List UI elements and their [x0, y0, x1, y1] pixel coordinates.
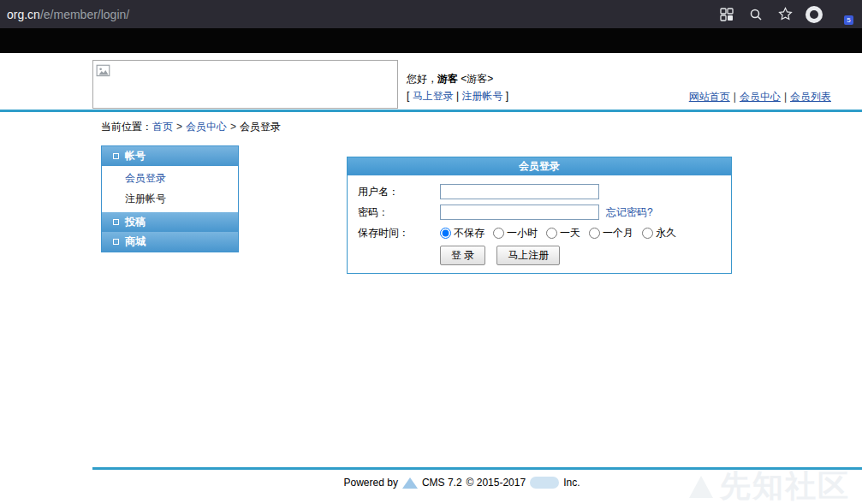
company-logo-icon	[530, 477, 559, 489]
cms-version-text: CMS 7.2	[422, 477, 462, 489]
login-panel: 会员登录 用户名： 密码： 忘记密码? 保存时间： 不保存	[347, 157, 732, 274]
sidebar-section-label: 商城	[125, 234, 146, 249]
profile-avatar[interactable]	[806, 6, 823, 23]
sidebar-item-register-account[interactable]: 注册帐号	[102, 189, 238, 210]
bookmarks-bar	[0, 28, 862, 53]
save-option-label: 一小时	[507, 226, 538, 240]
copyright-text: © 2015-2017	[467, 477, 526, 489]
bracket-close: ]	[502, 90, 508, 102]
url-path: /e/member/login/	[40, 8, 129, 21]
save-option-no-save-radio[interactable]	[440, 228, 451, 239]
nav-separator: |	[734, 91, 736, 103]
sidebar-section-label: 帐号	[125, 149, 146, 163]
save-option-one-hour-radio[interactable]	[493, 228, 504, 239]
inc-text: Inc.	[563, 477, 580, 489]
save-option-forever[interactable]: 永久	[642, 226, 676, 240]
sidebar-section-account[interactable]: 帐号	[102, 146, 238, 166]
password-input[interactable]	[440, 205, 599, 220]
greeting-prefix: 您好，	[407, 73, 437, 85]
apps-grid-icon[interactable]	[718, 6, 735, 23]
sidebar-section-label: 投稿	[125, 215, 146, 229]
nav-separator: |	[784, 91, 787, 103]
login-form: 用户名： 密码： 忘记密码? 保存时间： 不保存 一小时	[348, 175, 731, 273]
top-nav: 网站首页|会员中心|会员列表	[689, 90, 831, 104]
section-square-icon	[113, 153, 119, 159]
forgot-password-link[interactable]: 忘记密码?	[606, 205, 653, 220]
breadcrumb-separator: >	[230, 121, 236, 133]
breadcrumb-current: 会员登录	[240, 121, 281, 133]
save-option-one-month-radio[interactable]	[589, 228, 600, 239]
broken-image-icon	[96, 63, 111, 79]
pipe-separator: |	[454, 90, 462, 102]
watermark-logo-icon	[689, 476, 713, 498]
extension-icon[interactable]: 5	[835, 7, 850, 22]
register-account-link[interactable]: 注册帐号	[461, 90, 502, 102]
cms-logo-icon	[402, 477, 418, 489]
sidebar-section-mall[interactable]: 商城	[102, 232, 238, 252]
save-option-no-save[interactable]: 不保存	[440, 226, 485, 240]
url-host: org.cn	[7, 8, 40, 21]
powered-by-text: Powered by	[344, 477, 398, 489]
save-option-one-day[interactable]: 一天	[546, 226, 580, 240]
quick-links: [ 马上登录 | 注册帐号 ]	[407, 88, 508, 104]
section-square-icon	[113, 239, 119, 245]
save-option-label: 永久	[656, 226, 676, 240]
greeting-tail: <游客>	[458, 73, 493, 85]
sidebar-menu: 帐号 会员登录 注册帐号 投稿 商城	[101, 145, 239, 252]
section-square-icon	[113, 219, 119, 225]
username-label: 用户名：	[358, 185, 440, 199]
button-row: 登 录 马上注册	[348, 246, 731, 265]
password-row: 密码： 忘记密码?	[348, 202, 731, 222]
greeting-user: 游客	[437, 73, 458, 85]
bracket-open: [	[407, 90, 413, 102]
nav-link-member-center[interactable]: 会员中心	[740, 91, 781, 103]
breadcrumb-label: 当前位置：	[101, 121, 152, 133]
browser-top-bar: org.cn/e/member/login/ 5	[0, 0, 862, 28]
watermark: 先知社区	[689, 465, 850, 504]
save-option-label: 一个月	[603, 226, 633, 240]
save-option-label: 一天	[560, 226, 580, 240]
breadcrumb: 当前位置：首页>会员中心>会员登录	[101, 120, 281, 134]
breadcrumb-separator: >	[176, 121, 182, 133]
extension-badge: 5	[844, 15, 853, 25]
password-label: 密码：	[358, 205, 440, 220]
login-panel-title: 会员登录	[348, 157, 731, 175]
username-input[interactable]	[440, 184, 599, 199]
login-now-link[interactable]: 马上登录	[413, 90, 454, 102]
save-time-options: 不保存 一小时 一天 一个月	[440, 226, 685, 240]
site-logo	[92, 60, 398, 109]
header-divider	[0, 110, 862, 112]
greeting-text: 您好，游客 <游客>	[407, 70, 493, 87]
sidebar-section-submit[interactable]: 投稿	[102, 212, 238, 232]
login-button[interactable]: 登 录	[440, 246, 485, 265]
save-time-row: 保存时间： 不保存 一小时 一天	[348, 222, 731, 243]
address-bar[interactable]: org.cn/e/member/login/	[0, 8, 718, 21]
save-option-one-month[interactable]: 一个月	[589, 226, 633, 240]
breadcrumb-home-link[interactable]: 首页	[152, 121, 173, 133]
breadcrumb-member-center-link[interactable]: 会员中心	[186, 121, 227, 133]
save-option-one-day-radio[interactable]	[546, 228, 557, 239]
username-row: 用户名：	[348, 181, 731, 202]
register-now-button[interactable]: 马上注册	[496, 246, 560, 265]
bookmark-star-icon[interactable]	[776, 6, 794, 23]
watermark-text: 先知社区	[720, 465, 850, 504]
sidebar-item-member-login[interactable]: 会员登录	[102, 169, 238, 189]
save-option-forever-radio[interactable]	[642, 228, 653, 239]
browser-toolbar-icons: 5	[718, 6, 862, 23]
save-option-one-hour[interactable]: 一小时	[493, 226, 538, 240]
sidebar-account-links: 会员登录 注册帐号	[102, 166, 238, 212]
page-content: 您好，游客 <游客> [ 马上登录 | 注册帐号 ] 网站首页|会员中心|会员列…	[0, 53, 862, 504]
save-time-label: 保存时间：	[358, 226, 440, 240]
save-option-label: 不保存	[454, 226, 485, 240]
nav-link-site-home[interactable]: 网站首页	[689, 91, 730, 103]
nav-link-member-list[interactable]: 会员列表	[790, 91, 831, 103]
search-icon[interactable]	[747, 6, 764, 23]
